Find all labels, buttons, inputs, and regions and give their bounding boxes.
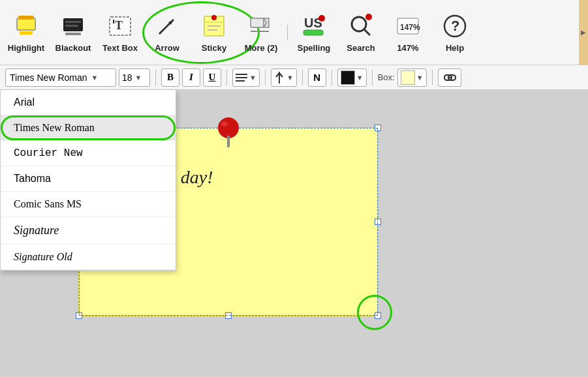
handle-bl[interactable] (76, 312, 82, 319)
svg-rect-45 (227, 136, 230, 147)
fmt-separator-1 (155, 70, 156, 85)
blackout-button[interactable]: Blackout (50, 3, 97, 62)
svg-point-43 (218, 117, 239, 138)
color-swatch (341, 70, 355, 85)
spelling-icon: US (300, 12, 328, 40)
text-pos-chevron-icon: ▼ (286, 74, 294, 82)
arrow-icon (153, 12, 181, 40)
svg-point-25 (365, 14, 372, 20)
font-item-courier-new[interactable]: Courier New (1, 141, 176, 166)
textbox-button[interactable]: T Text Box (97, 3, 144, 62)
fmt-separator-7 (432, 70, 433, 85)
italic-button[interactable]: I (182, 68, 200, 87)
zoom-button[interactable]: 147% 147% (384, 3, 431, 62)
highlight-button[interactable]: Highlight (3, 3, 50, 62)
main-area: Arial Times New Roman Courier New Tahoma… (0, 90, 588, 377)
svg-text:T: T (115, 19, 123, 32)
svg-text:?: ? (451, 18, 459, 34)
handle-br[interactable] (375, 312, 381, 319)
font-item-arial[interactable]: Arial (1, 90, 176, 115)
sticky-button[interactable]: Sticky (191, 3, 238, 62)
bold-button[interactable]: B (161, 68, 179, 87)
size-chevron-icon: ▼ (135, 74, 142, 82)
toolbar-top: Highlight Blackout T Text Box (0, 0, 588, 65)
handle-mr[interactable] (375, 219, 381, 225)
box-label: Box: (378, 72, 395, 82)
svg-point-44 (221, 121, 228, 127)
pushpin-icon (215, 116, 241, 149)
svg-text:147%: 147% (400, 23, 420, 32)
svg-rect-2 (18, 16, 34, 20)
svg-rect-1 (20, 31, 33, 35)
svg-point-14 (211, 15, 217, 20)
underline-button[interactable]: U (203, 68, 221, 87)
svg-rect-5 (65, 25, 78, 27)
right-edge-button[interactable]: ▶ (579, 0, 588, 65)
color-picker-button[interactable]: ▼ (337, 68, 367, 87)
fmt-separator-2 (226, 70, 227, 85)
font-size-selector[interactable]: 18 ▼ (119, 68, 150, 87)
font-item-times-new-roman[interactable]: Times New Roman (1, 115, 176, 141)
textbox-icon: T (106, 12, 134, 40)
font-item-signature[interactable]: Signature (1, 217, 176, 245)
font-item-signature-old[interactable]: Signature Old (1, 245, 176, 270)
text-position-button[interactable]: ▼ (271, 68, 297, 87)
zoom-icon: 147% (394, 12, 422, 40)
spelling-button[interactable]: US Spelling (290, 3, 337, 62)
fmt-separator-5 (332, 70, 332, 85)
font-item-tahoma[interactable]: Tahoma (1, 166, 176, 192)
link-icon (442, 72, 457, 83)
highlight-icon (12, 12, 40, 40)
box-color-button[interactable]: ▼ (397, 68, 427, 87)
link-button[interactable] (438, 68, 461, 87)
svg-rect-0 (17, 18, 35, 30)
more-icon (247, 12, 275, 40)
arrow-button[interactable]: Arrow (144, 3, 191, 62)
svg-rect-4 (65, 21, 81, 23)
svg-rect-6 (65, 33, 81, 35)
svg-marker-18 (264, 18, 269, 27)
align-chevron-icon: ▼ (249, 74, 256, 82)
font-item-comic-sans[interactable]: Comic Sans MS (1, 192, 176, 217)
align-icon (236, 72, 247, 83)
n-button[interactable]: N (308, 68, 326, 87)
align-button[interactable]: ▼ (232, 68, 260, 87)
more-button[interactable]: More (2) (238, 3, 285, 62)
handle-tr[interactable] (375, 125, 381, 131)
fmt-separator-6 (372, 70, 373, 85)
box-chevron-icon: ▼ (416, 74, 424, 82)
toolbar-separator-1 (287, 25, 288, 40)
font-chevron-icon: ▼ (91, 74, 99, 82)
search-button[interactable]: Search (337, 3, 384, 62)
font-size-label: 18 (122, 72, 132, 83)
fmt-separator-4 (302, 70, 303, 85)
pushpin (215, 116, 241, 155)
svg-rect-21 (303, 30, 323, 35)
box-color-swatch (401, 70, 415, 85)
right-edge-icon: ▶ (581, 29, 586, 36)
font-selector[interactable]: Times New Roman ▼ (5, 68, 116, 87)
handle-bc[interactable] (225, 312, 232, 319)
text-position-icon (274, 72, 285, 83)
blackout-icon (59, 12, 87, 40)
font-dropdown: Arial Times New Roman Courier New Tahoma… (0, 90, 176, 271)
help-button[interactable]: ? Help (431, 3, 478, 62)
help-icon: ? (441, 12, 469, 40)
svg-rect-17 (251, 18, 264, 27)
font-name-label: Times New Roman (10, 72, 87, 83)
sticky-icon (200, 12, 228, 40)
fmt-separator-3 (265, 70, 266, 85)
svg-point-22 (318, 15, 325, 22)
formatting-bar: Times New Roman ▼ 18 ▼ B I U ▼ ▼ (0, 65, 588, 90)
svg-line-24 (364, 29, 370, 35)
svg-point-23 (352, 17, 366, 31)
search-icon (347, 12, 375, 40)
color-chevron-icon: ▼ (356, 74, 364, 82)
